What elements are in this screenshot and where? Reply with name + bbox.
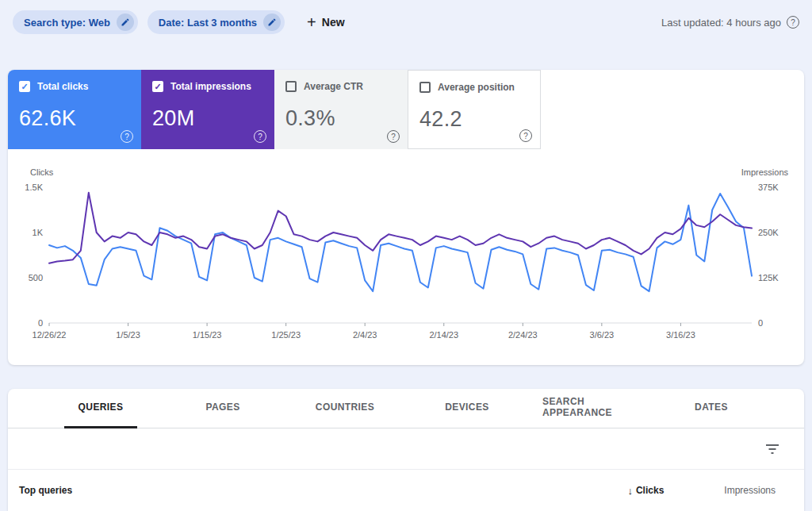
total-clicks-checkbox[interactable] xyxy=(19,81,30,92)
date-range-chip-label: Date: Last 3 months xyxy=(159,17,257,29)
help-icon[interactable] xyxy=(121,130,133,143)
table-header-row: Top queries Clicks Impressions xyxy=(8,470,804,511)
performance-card: Total clicks 62.6K Total impressions 20M… xyxy=(8,70,804,365)
tab-countries[interactable]: COUNTRIES xyxy=(284,389,406,428)
tab-devices[interactable]: DEVICES xyxy=(406,389,528,428)
svg-text:125K: 125K xyxy=(758,273,779,282)
last-updated: Last updated: 4 hours ago xyxy=(661,16,799,29)
filter-list-icon[interactable] xyxy=(764,441,780,457)
svg-text:375K: 375K xyxy=(758,182,779,192)
top-bar: Search type: Web Date: Last 3 months New… xyxy=(0,0,812,44)
svg-text:1/5/23: 1/5/23 xyxy=(116,330,140,340)
svg-text:1.5K: 1.5K xyxy=(25,182,43,192)
sort-arrow-down-icon xyxy=(627,485,633,497)
svg-text:2/24/23: 2/24/23 xyxy=(508,330,538,340)
search-type-chip[interactable]: Search type: Web xyxy=(13,10,138,34)
search-type-chip-label: Search type: Web xyxy=(24,17,110,29)
total-clicks-tile[interactable]: Total clicks 62.6K xyxy=(8,70,141,149)
average-position-label: Average position xyxy=(438,82,515,93)
last-updated-text: Last updated: 4 hours ago xyxy=(661,17,781,29)
tab-queries[interactable]: QUERIES xyxy=(40,389,162,428)
help-icon[interactable] xyxy=(254,130,266,143)
average-position-checkbox[interactable] xyxy=(419,82,431,93)
new-filter-button-label: New xyxy=(322,16,345,29)
svg-text:250K: 250K xyxy=(758,228,779,237)
total-impressions-label: Total impressions xyxy=(170,81,251,92)
impressions-column-header[interactable]: Impressions xyxy=(724,485,776,496)
help-icon[interactable] xyxy=(519,129,532,142)
svg-text:2/4/23: 2/4/23 xyxy=(353,330,377,340)
total-impressions-tile[interactable]: Total impressions 20M xyxy=(141,70,274,149)
average-position-value: 42.2 xyxy=(419,107,462,132)
svg-text:3/16/23: 3/16/23 xyxy=(666,330,695,340)
total-clicks-value: 62.6K xyxy=(19,106,76,131)
total-impressions-checkbox[interactable] xyxy=(152,81,163,92)
table-toolbar xyxy=(8,428,804,470)
average-ctr-value: 0.3% xyxy=(285,106,335,131)
performance-line-chart: 12/26/221/5/231/15/231/25/232/4/232/14/2… xyxy=(8,159,804,359)
average-ctr-checkbox[interactable] xyxy=(285,81,297,92)
total-clicks-label: Total clicks xyxy=(37,81,88,92)
clicks-sort-header[interactable]: Clicks xyxy=(627,485,664,497)
top-queries-column-header: Top queries xyxy=(19,485,72,496)
svg-text:0: 0 xyxy=(38,318,43,328)
dimension-tabs: QUERIES PAGES COUNTRIES DEVICES SEARCH A… xyxy=(8,389,804,428)
svg-text:1K: 1K xyxy=(33,228,44,237)
edit-pencil-icon[interactable] xyxy=(117,13,134,31)
metric-tiles: Total clicks 62.6K Total impressions 20M… xyxy=(8,70,804,149)
svg-text:12/26/22: 12/26/22 xyxy=(33,330,67,340)
svg-text:0: 0 xyxy=(758,318,763,328)
date-range-chip[interactable]: Date: Last 3 months xyxy=(147,10,285,34)
tab-pages[interactable]: PAGES xyxy=(162,389,284,428)
tab-search-appearance[interactable]: SEARCH APPEARANCE xyxy=(528,389,650,428)
help-icon[interactable] xyxy=(787,16,799,29)
plus-icon xyxy=(307,15,316,30)
tab-dates[interactable]: DATES xyxy=(650,389,772,428)
average-ctr-label: Average CTR xyxy=(304,81,363,92)
dimensions-table-card: QUERIES PAGES COUNTRIES DEVICES SEARCH A… xyxy=(8,389,804,511)
svg-text:2/14/23: 2/14/23 xyxy=(429,330,458,340)
svg-text:500: 500 xyxy=(29,273,43,282)
average-position-tile[interactable]: Average position 42.2 xyxy=(408,70,541,149)
average-ctr-tile[interactable]: Average CTR 0.3% xyxy=(274,70,408,149)
edit-pencil-icon[interactable] xyxy=(263,13,281,31)
svg-text:1/25/23: 1/25/23 xyxy=(271,330,301,340)
svg-text:3/6/23: 3/6/23 xyxy=(590,330,615,340)
help-icon[interactable] xyxy=(387,130,400,143)
total-impressions-value: 20M xyxy=(152,106,194,131)
new-filter-button[interactable]: New xyxy=(307,15,344,30)
svg-text:1/15/23: 1/15/23 xyxy=(193,330,222,340)
